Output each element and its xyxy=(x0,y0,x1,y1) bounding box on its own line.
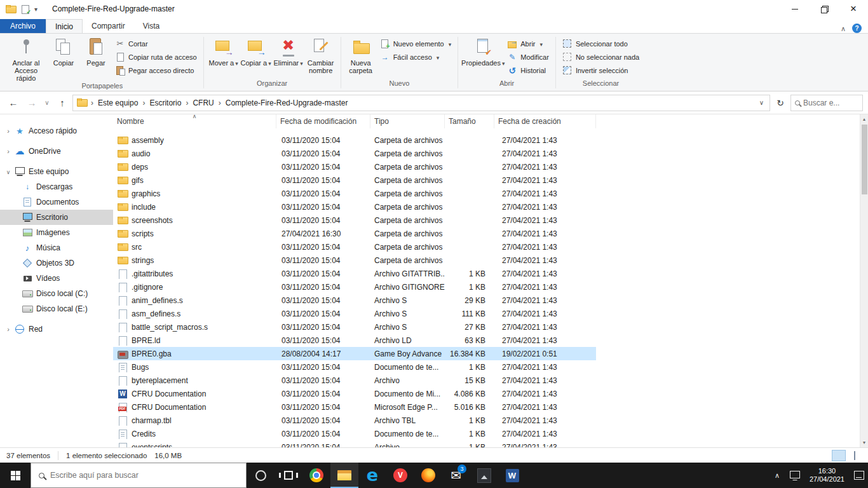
paste-shortcut-button[interactable]: Pegar acceso directo xyxy=(112,64,200,77)
file-row[interactable]: asm_defines.s 03/11/2020 15:04 Archivo S… xyxy=(113,307,596,320)
sidebar-chevron-icon[interactable] xyxy=(5,147,11,155)
sidebar-chevron-icon[interactable] xyxy=(5,168,11,175)
file-row[interactable]: eventscripts 03/11/2020 15:04 Archivo 1 … xyxy=(113,440,596,447)
search-box[interactable] xyxy=(790,95,863,111)
details-view-button[interactable] xyxy=(832,450,846,461)
sidebar-item[interactable]: Objetos 3D xyxy=(0,255,113,271)
thumbnails-view-button[interactable] xyxy=(848,450,862,461)
copy-to-button[interactable]: Copiar a xyxy=(240,36,272,67)
properties-button[interactable]: Propiedades xyxy=(462,36,504,67)
recent-locations-button[interactable] xyxy=(42,95,52,111)
refresh-button[interactable] xyxy=(772,95,789,111)
file-row[interactable]: graphics 03/11/2020 15:04 Carpeta de arc… xyxy=(113,187,596,200)
open-button[interactable]: Abrir xyxy=(505,37,552,50)
sidebar-item[interactable]: Disco local (E:) xyxy=(0,301,113,316)
scroll-down-icon[interactable] xyxy=(860,438,868,447)
edit-button[interactable]: Modificar xyxy=(505,50,552,64)
up-button[interactable] xyxy=(54,95,71,111)
vertical-scrollbar[interactable] xyxy=(860,114,868,447)
file-row[interactable]: deps 03/11/2020 15:04 Carpeta de archivo… xyxy=(113,160,596,173)
file-explorer-button[interactable] xyxy=(330,463,358,488)
file-row[interactable]: include 03/11/2020 15:04 Carpeta de arch… xyxy=(113,200,596,214)
breadcrumb-segment[interactable]: Escritorio xyxy=(139,98,182,107)
address-box[interactable]: Este equipo Escritorio CFRU Comp xyxy=(72,95,770,111)
firefox-button[interactable] xyxy=(414,463,442,488)
easy-access-button[interactable]: Fácil acceso xyxy=(377,50,454,64)
taskbar-search-input[interactable] xyxy=(50,471,238,480)
sidebar-item[interactable]: Acceso rápido xyxy=(0,123,113,139)
file-row[interactable]: BPRE.ld 03/11/2020 15:04 Archivo LD 63 K… xyxy=(113,334,596,347)
restore-button[interactable] xyxy=(810,0,839,18)
file-row[interactable]: CFRU Documentation 03/11/2020 15:04 Micr… xyxy=(113,400,596,414)
file-row[interactable]: Credits 03/11/2020 15:04 Documento de te… xyxy=(113,427,596,440)
tab-inicio[interactable]: Inicio xyxy=(46,19,83,33)
sidebar-item[interactable]: Disco local (C:) xyxy=(0,286,113,301)
column-header-name[interactable]: Nombre xyxy=(113,114,276,128)
quick-access-properties-icon[interactable] xyxy=(21,4,30,13)
file-row[interactable]: CFRU Documentation 03/11/2020 15:04 Docu… xyxy=(113,387,596,400)
address-dropdown-icon[interactable] xyxy=(757,99,766,106)
file-row[interactable]: src 03/11/2020 15:04 Carpeta de archivos… xyxy=(113,240,596,254)
sidebar-item[interactable]: Descargas xyxy=(0,179,113,194)
breadcrumb-segment[interactable]: Complete-Fire-Red-Upgrade-master xyxy=(215,98,349,107)
vivaldi-button[interactable] xyxy=(386,463,414,488)
move-to-button[interactable]: Mover a xyxy=(208,36,240,67)
cut-button[interactable]: Cortar xyxy=(112,37,200,50)
file-row[interactable]: gifs 03/11/2020 15:04 Carpeta de archivo… xyxy=(113,173,596,187)
column-header-created[interactable]: Fecha de creación xyxy=(494,114,596,128)
copy-button[interactable]: Copiar xyxy=(48,36,79,67)
forward-button[interactable] xyxy=(24,95,40,111)
back-button[interactable] xyxy=(5,95,22,111)
tab-vista[interactable]: Vista xyxy=(134,19,168,33)
file-row[interactable]: strings 03/11/2020 15:04 Carpeta de arch… xyxy=(113,254,596,267)
sidebar-item[interactable]: Música xyxy=(0,240,113,255)
cortana-button[interactable] xyxy=(247,463,275,488)
ribbon-collapse-icon[interactable] xyxy=(841,24,846,33)
copy-path-button[interactable]: Copiar ruta de acceso xyxy=(112,50,200,64)
taskbar-clock[interactable]: 16:30 27/04/2021 xyxy=(804,463,850,488)
file-row[interactable]: .gitignore 03/11/2020 15:04 Archivo GITI… xyxy=(113,280,596,294)
edge-button[interactable] xyxy=(358,463,386,488)
file-row[interactable]: screenshots 03/11/2020 15:04 Carpeta de … xyxy=(113,214,596,227)
tab-archivo[interactable]: Archivo xyxy=(0,19,46,33)
select-none-button[interactable]: No seleccionar nada xyxy=(560,50,642,64)
file-row[interactable]: Bugs 03/11/2020 15:04 Documento de te...… xyxy=(113,360,596,374)
tab-compartir[interactable]: Compartir xyxy=(83,19,134,33)
column-header-modified[interactable]: Fecha de modificación xyxy=(276,114,370,128)
column-header-size[interactable]: Tamaño xyxy=(445,114,494,128)
close-button[interactable] xyxy=(839,0,868,18)
action-center-button[interactable] xyxy=(850,463,868,488)
photos-button[interactable] xyxy=(470,463,498,488)
file-row[interactable]: audio 03/11/2020 15:04 Carpeta de archiv… xyxy=(113,147,596,160)
paste-button[interactable]: Pegar xyxy=(80,36,112,67)
select-all-button[interactable]: Seleccionar todo xyxy=(560,37,642,50)
breadcrumb-segment[interactable]: CFRU xyxy=(182,98,215,107)
minimize-button[interactable] xyxy=(780,0,810,18)
file-row[interactable]: assembly 03/11/2020 15:04 Carpeta de arc… xyxy=(113,133,596,147)
help-icon[interactable] xyxy=(852,24,862,33)
file-row[interactable]: battle_script_macros.s 03/11/2020 15:04 … xyxy=(113,320,596,334)
scrollbar-thumb[interactable] xyxy=(862,125,867,194)
file-row[interactable]: scripts 27/04/2021 16:30 Carpeta de arch… xyxy=(113,227,596,240)
delete-button[interactable]: Eliminar xyxy=(273,36,304,67)
quick-access-toolbar-caret-icon[interactable] xyxy=(34,4,37,13)
breadcrumb-segment[interactable]: Este equipo xyxy=(88,98,139,107)
history-button[interactable]: Historial xyxy=(505,64,552,77)
sidebar-item[interactable]: Este equipo xyxy=(0,164,113,179)
file-row[interactable]: .gitattributes 03/11/2020 15:04 Archivo … xyxy=(113,267,596,280)
sidebar-item[interactable]: Red xyxy=(0,322,113,337)
sidebar-item[interactable]: OneDrive xyxy=(0,144,113,159)
start-button[interactable] xyxy=(0,463,31,488)
column-header-type[interactable]: Tipo xyxy=(370,114,445,128)
sidebar-item[interactable]: Imágenes xyxy=(0,225,113,240)
file-row[interactable]: BPRE0.gba 28/08/2004 14:17 Game Boy Adva… xyxy=(113,347,596,360)
sidebar-chevron-icon[interactable] xyxy=(5,325,11,333)
search-input[interactable] xyxy=(803,98,858,107)
tray-display-button[interactable] xyxy=(786,463,804,488)
rename-button[interactable]: Cambiar nombre xyxy=(305,36,337,74)
sidebar-item[interactable]: Documentos xyxy=(0,194,113,210)
word-button[interactable] xyxy=(498,463,526,488)
new-folder-button[interactable]: Nueva carpeta xyxy=(345,36,377,74)
pin-quick-access-button[interactable]: Anclar al Acceso rápido xyxy=(5,36,47,82)
invert-selection-button[interactable]: Invertir selección xyxy=(560,64,642,77)
